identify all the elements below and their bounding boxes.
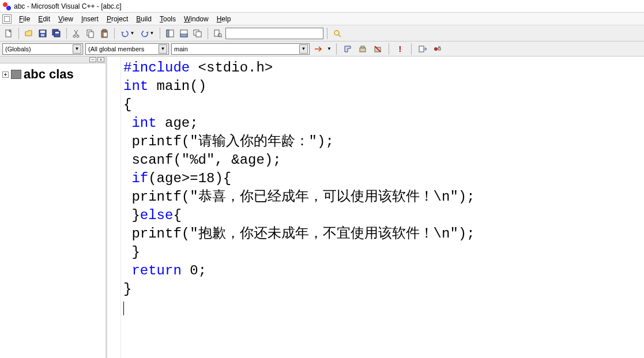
cut-icon	[72, 29, 81, 38]
toolbar-separator	[208, 28, 208, 39]
panel-close-button[interactable]: ×	[97, 57, 104, 62]
undo-button[interactable]: ▼	[118, 27, 137, 40]
find-combo[interactable]	[225, 28, 323, 39]
stop-build-button[interactable]	[371, 43, 384, 55]
classview-root-item[interactable]: + abc clas	[2, 67, 103, 82]
go-button[interactable]	[416, 43, 429, 55]
svg-rect-13	[103, 32, 107, 37]
panel-header: ─ ×	[0, 56, 106, 63]
svg-line-24	[338, 35, 341, 37]
dropdown-arrow-icon: ▼	[327, 46, 332, 51]
svg-rect-10	[89, 32, 93, 37]
menu-window[interactable]: Window	[180, 14, 213, 24]
menu-edit[interactable]: Edit	[34, 14, 54, 24]
code-token: {	[173, 208, 181, 223]
toolbar-separator	[160, 28, 160, 39]
save-all-icon	[52, 29, 61, 38]
menu-bar: File Edit View Insert Project Build Tool…	[0, 13, 644, 25]
mdi-restore-icon[interactable]	[2, 14, 12, 24]
dropdown-arrow-icon: ▼	[159, 44, 167, 54]
code-token: int	[123, 115, 157, 131]
menu-build[interactable]: Build	[132, 14, 156, 24]
toolbar-separator	[66, 28, 67, 39]
toolbar-separator	[336, 43, 337, 55]
svg-rect-15	[167, 30, 169, 37]
code-token: <stdio.h>	[190, 60, 273, 76]
breakpoint-icon	[433, 44, 442, 54]
members-combo[interactable]: (All global members ▼	[85, 43, 169, 55]
code-token: }	[123, 244, 140, 260]
goto-icon	[314, 44, 323, 54]
svg-point-23	[334, 31, 339, 35]
code-token: printf("请输入你的年龄：");	[123, 134, 334, 149]
open-button[interactable]	[22, 27, 35, 40]
stop-build-icon	[373, 44, 382, 54]
copy-button[interactable]	[84, 27, 97, 40]
code-token: #include	[123, 60, 190, 76]
dropdown-arrow-icon: ▼	[150, 31, 155, 36]
output-button[interactable]	[178, 27, 190, 40]
insert-breakpoint-button[interactable]	[431, 43, 444, 55]
menu-view[interactable]: View	[54, 14, 77, 24]
svg-rect-25	[360, 48, 366, 52]
text-cursor	[123, 302, 124, 315]
code-token: printf("恭喜，你已经成年，可以使用该软件！\n");	[123, 189, 475, 205]
find-in-files-icon	[213, 29, 223, 38]
search-icon	[333, 29, 342, 38]
code-area[interactable]: #include <stdio.h> int main() { int age;…	[121, 56, 644, 358]
new-text-file-button[interactable]	[2, 27, 15, 40]
editor-gutter	[107, 56, 121, 358]
toolbar-separator	[18, 28, 19, 39]
cut-button[interactable]	[70, 27, 83, 40]
build-button[interactable]	[356, 43, 369, 55]
window-list-button[interactable]	[191, 27, 204, 40]
code-token: int	[123, 78, 148, 94]
svg-rect-29	[419, 46, 424, 52]
toolbar-separator	[114, 28, 115, 39]
panel-minimize-button[interactable]: ─	[89, 57, 96, 62]
expand-icon[interactable]: +	[2, 71, 9, 78]
code-token: }	[123, 208, 140, 223]
code-token: (age>=18){	[148, 171, 231, 186]
dropdown-arrow-icon: ▼	[73, 44, 81, 54]
scope-combo[interactable]: (Globals) ▼	[2, 43, 83, 55]
classes-icon	[11, 70, 21, 79]
copy-icon	[86, 29, 95, 38]
menu-insert[interactable]: Insert	[77, 14, 103, 24]
compile-button[interactable]	[341, 43, 354, 55]
save-button[interactable]	[36, 27, 49, 40]
redo-button[interactable]: ▼	[138, 27, 156, 40]
code-editor[interactable]: #include <stdio.h> int main() { int age;…	[107, 56, 644, 358]
toolbar-separator	[389, 43, 389, 55]
wizard-toolbar: (Globals) ▼ (All global members ▼ main ▼…	[0, 42, 644, 56]
menu-project[interactable]: Project	[103, 14, 132, 24]
toolbar-separator	[411, 43, 412, 55]
menu-help[interactable]: Help	[213, 14, 235, 24]
go-icon	[418, 44, 427, 54]
paste-button[interactable]	[98, 27, 111, 40]
find-button[interactable]	[331, 27, 344, 40]
code-token: }	[123, 281, 131, 297]
menu-file[interactable]: File	[15, 14, 34, 24]
class-view[interactable]: + abc clas	[0, 63, 106, 358]
exclamation-icon: !	[399, 44, 402, 54]
find-in-files-button[interactable]	[212, 27, 224, 40]
workspace-icon	[165, 29, 175, 38]
code-token: main()	[148, 78, 206, 94]
execute-button[interactable]: !	[394, 43, 406, 55]
code-token: {	[123, 97, 131, 112]
function-combo[interactable]: main ▼	[171, 43, 310, 55]
workspace: ─ × + abc clas #include <stdio.h> int ma…	[0, 56, 644, 358]
standard-toolbar: ▼ ▼	[0, 25, 644, 42]
code-token: return	[123, 263, 182, 278]
output-icon	[179, 29, 189, 38]
paste-icon	[100, 29, 109, 38]
code-token: if	[123, 171, 148, 186]
save-icon	[38, 29, 47, 38]
menu-tools[interactable]: Tools	[156, 14, 180, 24]
members-combo-value: (All global members	[88, 46, 144, 52]
goto-button[interactable]	[312, 43, 325, 55]
save-all-button[interactable]	[50, 27, 63, 40]
app-icon	[2, 2, 12, 11]
workspace-button[interactable]	[164, 27, 176, 40]
